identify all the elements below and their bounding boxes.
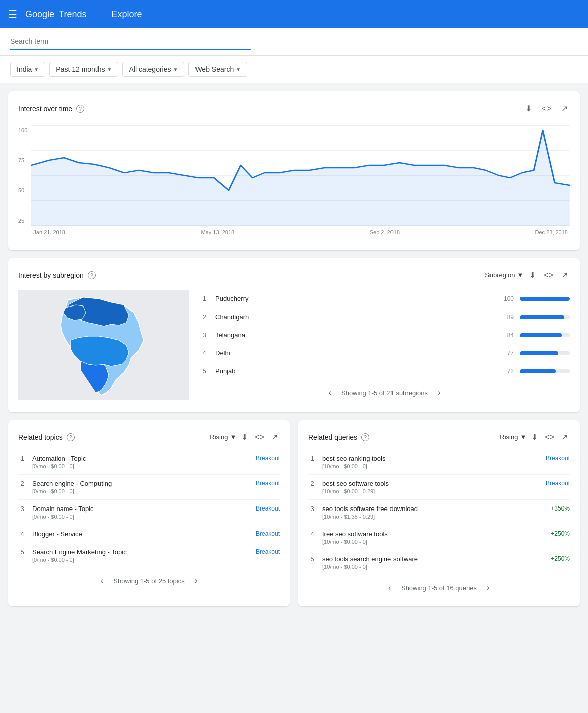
- country-label: India: [17, 65, 32, 73]
- card-title-area: Interest over time ?: [18, 105, 84, 113]
- query-rank: 3: [308, 505, 316, 513]
- trends-text: Trends: [59, 9, 86, 20]
- country-filter[interactable]: India ▼: [10, 62, 45, 77]
- topic-badge: Breakout: [256, 455, 280, 462]
- related-topic-item: 1 Automation - Topic [0/mo - $0.00 - 0] …: [18, 450, 280, 475]
- topic-rank: 5: [18, 548, 26, 556]
- queries-share-icon[interactable]: ↗: [559, 430, 570, 444]
- interest-over-time-title: Interest over time: [18, 105, 72, 113]
- related-topics-list: 1 Automation - Topic [0/mo - $0.00 - 0] …: [18, 450, 280, 568]
- y-label-50: 50: [18, 187, 27, 193]
- subregion-help-icon[interactable]: ?: [88, 271, 96, 279]
- query-content: seo tools search engine software [10/mo …: [322, 555, 545, 570]
- category-filter[interactable]: All categories ▼: [122, 62, 184, 77]
- queries-embed-icon[interactable]: <>: [543, 431, 556, 444]
- y-label-100: 100: [18, 127, 27, 133]
- region-name: Puducherry: [215, 295, 493, 302]
- menu-icon[interactable]: ☰: [8, 8, 17, 20]
- region-name: Chandigarh: [215, 313, 493, 321]
- query-rank: 4: [308, 530, 316, 538]
- region-rank: 2: [199, 313, 209, 321]
- pagination-text: Showing 1-5 of 21 subregions: [341, 389, 428, 397]
- interest-by-subregion-card: Interest by subregion ? Subregion ▼ ⬇ <>…: [8, 258, 580, 412]
- topic-sub: [0/mo - $0.00 - 0]: [32, 557, 250, 563]
- topics-rising-chevron: ▼: [230, 433, 236, 441]
- topic-sub: [0/mo - $0.00 - 0]: [32, 488, 250, 494]
- query-badge: +250%: [551, 530, 570, 537]
- subregion-download-icon[interactable]: ⬇: [527, 268, 538, 282]
- query-sub: [10/mo - $0.00 - 0]: [322, 539, 545, 545]
- help-icon[interactable]: ?: [76, 105, 84, 113]
- topic-name: Domain name - Topic: [32, 505, 250, 513]
- embed-icon[interactable]: <>: [540, 102, 553, 115]
- query-name: seo tools software free download: [322, 505, 545, 513]
- region-bar: [520, 297, 570, 301]
- region-rank: 4: [199, 349, 209, 357]
- map-container: [18, 290, 189, 402]
- queries-prev-button[interactable]: ‹: [386, 581, 393, 594]
- topic-rank: 4: [18, 530, 26, 538]
- search-bar-area: [0, 28, 588, 56]
- related-topics-title-area: Related topics ?: [18, 433, 75, 441]
- related-topics-title: Related topics: [18, 433, 63, 441]
- share-icon[interactable]: ↗: [559, 101, 570, 115]
- time-filter[interactable]: Past 12 months ▼: [49, 62, 118, 77]
- time-label: Past 12 months: [56, 65, 105, 73]
- subregion-card-title-area: Interest by subregion ?: [18, 271, 96, 279]
- region-bar-container: [520, 297, 570, 301]
- related-topic-item: 3 Domain name - Topic [0/mo - $0.00 - 0]…: [18, 500, 280, 525]
- query-name: best seo ranking tools: [322, 455, 540, 462]
- x-label-4: Dec 23, 2018: [535, 229, 568, 235]
- next-page-button[interactable]: ›: [436, 386, 442, 399]
- region-bar: [520, 333, 562, 337]
- related-topics-help-icon[interactable]: ?: [67, 433, 75, 441]
- search-type-chevron-icon: ▼: [236, 67, 241, 72]
- query-content: seo tools software free download [10/mo …: [322, 505, 545, 520]
- queries-download-icon[interactable]: ⬇: [529, 430, 540, 444]
- subregion-share-icon[interactable]: ↗: [559, 268, 570, 282]
- x-label-1: Jan 21, 2018: [33, 229, 65, 235]
- topic-badge: Breakout: [256, 548, 280, 555]
- topics-download-icon[interactable]: ⬇: [239, 430, 250, 444]
- query-sub: [10/mo - $0.00 - 0]: [322, 463, 540, 469]
- topics-share-icon[interactable]: ↗: [269, 430, 280, 444]
- region-value: 84: [499, 332, 514, 339]
- topics-next-button[interactable]: ›: [193, 574, 200, 587]
- query-name: best seo software tools: [322, 480, 540, 487]
- topics-prev-button[interactable]: ‹: [99, 574, 105, 587]
- category-chevron-icon: ▼: [173, 67, 178, 72]
- related-topic-item: 5 Search Engine Marketing - Topic [0/mo …: [18, 543, 280, 568]
- query-name: free seo software tools: [322, 530, 545, 538]
- card-actions: ⬇ <> ↗: [523, 101, 570, 115]
- region-bar: [520, 315, 564, 319]
- related-topics-actions: Rising ▼ ⬇ <> ↗: [210, 430, 280, 444]
- topic-content: Automation - Topic [0/mo - $0.00 - 0]: [32, 455, 250, 469]
- queries-rising-filter[interactable]: Rising ▼: [500, 433, 526, 441]
- topics-rising-filter[interactable]: Rising ▼: [210, 433, 236, 441]
- search-type-filter[interactable]: Web Search ▼: [188, 62, 247, 77]
- topic-name: Search engine - Computing: [32, 480, 250, 487]
- related-queries-help-icon[interactable]: ?: [361, 433, 369, 441]
- region-item: 1 Puducherry 100: [199, 290, 570, 308]
- time-chevron-icon: ▼: [107, 67, 112, 72]
- topic-content: Domain name - Topic [0/mo - $0.00 - 0]: [32, 505, 250, 520]
- related-queries-list: 1 best seo ranking tools [10/mo - $0.00 …: [308, 450, 570, 575]
- related-queries-title: Related queries: [308, 433, 357, 441]
- subregion-dropdown[interactable]: Subregion ▼: [485, 271, 523, 279]
- prev-page-button[interactable]: ‹: [327, 386, 333, 399]
- search-input[interactable]: [10, 33, 251, 50]
- related-queries-header: Related queries ? Rising ▼ ⬇ <> ↗: [308, 430, 570, 444]
- line-chart: [31, 125, 570, 226]
- topic-badge: Breakout: [256, 480, 280, 487]
- download-icon[interactable]: ⬇: [523, 101, 534, 115]
- category-label: All categories: [129, 65, 171, 73]
- topics-embed-icon[interactable]: <>: [253, 431, 266, 444]
- india-map: [18, 290, 189, 400]
- subregion-embed-icon[interactable]: <>: [542, 269, 555, 282]
- related-topics-card: Related topics ? Rising ▼ ⬇ <> ↗ 1 Autom…: [8, 420, 290, 606]
- topic-content: Search Engine Marketing - Topic [0/mo - …: [32, 548, 250, 563]
- related-query-item: 4 free seo software tools [10/mo - $0.00…: [308, 525, 570, 550]
- topics-pagination-text: Showing 1-5 of 25 topics: [113, 577, 184, 585]
- query-rank: 1: [308, 455, 316, 462]
- queries-next-button[interactable]: ›: [485, 581, 492, 594]
